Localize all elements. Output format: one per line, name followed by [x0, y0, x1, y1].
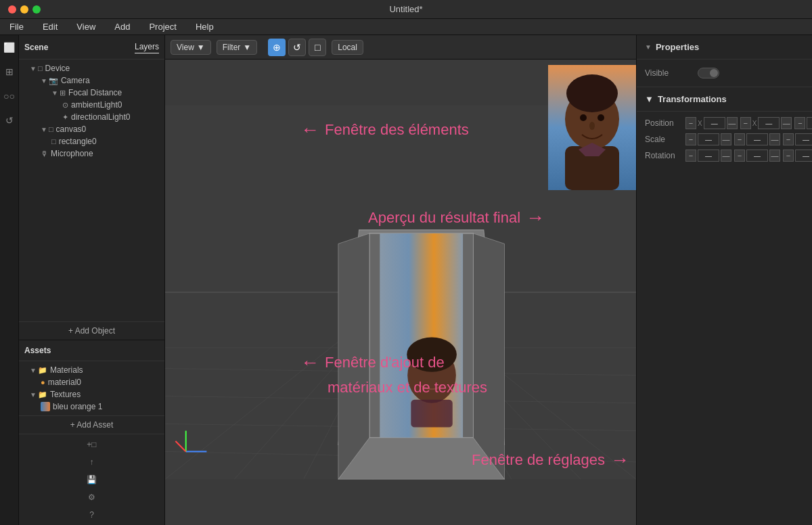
svg-point-31 [566, 74, 618, 112]
scene-3d[interactable]: ← Fenêtre des éléments Aperçu du résulta… [165, 60, 636, 525]
local-button[interactable]: Local [332, 40, 363, 55]
transformations-title: Transformations [658, 94, 727, 104]
directional-light-icon: ✦ [62, 113, 68, 122]
device-icon: □ [38, 64, 43, 72]
main-layout: ⬜ ⊞ ○○ ↺ Scene Layers ▼ □ Device [0, 35, 812, 525]
scale-z-minus[interactable]: − [783, 133, 794, 145]
rotation-x-minus[interactable]: − [685, 150, 696, 162]
window-title: Untitled* [389, 4, 422, 14]
tree-item-canvas[interactable]: ▼ □ canvas0 [19, 123, 164, 135]
tree-item-ambientlight[interactable]: ⊙ ambientLight0 [19, 99, 164, 111]
position-x-plus[interactable]: — [727, 117, 738, 129]
rotation-row: Rotation − — — − — — − — — [645, 150, 804, 162]
tree-item-focal[interactable]: ▼ ⊞ Focal Distance [19, 87, 164, 99]
view-button[interactable]: View ▼ [171, 40, 211, 55]
add-layer-icon[interactable]: +□ [87, 440, 96, 449]
filter-button[interactable]: Filter ▼ [217, 40, 258, 55]
position-field-y: − X — — [740, 117, 792, 129]
menu-file[interactable]: File [5, 20, 28, 33]
settings-icon[interactable]: ⚙ [88, 493, 95, 502]
svg-point-32 [580, 114, 587, 121]
scale-tool-button[interactable]: □ [309, 39, 326, 56]
scale-row: Scale − — — − — — − — — [645, 133, 804, 145]
close-button[interactable] [8, 5, 16, 14]
expand-arrow-camera: ▼ [41, 77, 47, 85]
title-bar: Untitled* [0, 0, 812, 19]
transformations-arrow-icon: ▼ [645, 94, 654, 104]
position-z-minus[interactable]: − [794, 117, 805, 129]
visible-label: Visible [645, 68, 692, 78]
scale-x-minus[interactable]: − [685, 133, 696, 145]
layers-tab[interactable]: Layers [135, 41, 159, 53]
scale-y-value: — [746, 133, 768, 145]
ambient-light-icon: ⊙ [62, 101, 68, 110]
tree-item-textures[interactable]: ▼ 📁 Textures [19, 388, 164, 401]
textures-folder-icon: 📁 [38, 390, 47, 399]
scale-y-plus[interactable]: — [769, 133, 780, 145]
camera-icon: 📷 [49, 76, 58, 85]
scene-tree: ▼ □ Device ▼ 📷 Camera ▼ ⊞ Focal Distance [19, 60, 164, 321]
rotation-field-y: − — — [734, 150, 780, 162]
tree-item-device[interactable]: ▼ □ Device [19, 62, 164, 74]
texture-preview-icon [41, 402, 50, 411]
visible-section: Visible [637, 60, 812, 87]
scene-icon[interactable]: ⬜ [3, 41, 16, 54]
rotation-label: Rotation [645, 151, 685, 160]
menu-view[interactable]: View [72, 20, 99, 33]
history-icon[interactable]: ↺ [3, 114, 16, 127]
position-y-value: — [758, 117, 780, 129]
scale-y-minus[interactable]: − [734, 133, 745, 145]
assets-title: Assets [24, 346, 51, 355]
rotation-y-plus[interactable]: — [769, 150, 780, 162]
assets-tree: ▼ 📁 Materials ● material0 ▼ 📁 Textures [19, 361, 164, 415]
tree-item-materials[interactable]: ▼ 📁 Materials [19, 364, 164, 376]
position-x-label: X [698, 120, 702, 127]
scale-fields: − — — − — — − — — [685, 133, 812, 145]
svg-marker-22 [473, 233, 504, 479]
properties-title: Properties [656, 42, 699, 52]
scale-x-plus[interactable]: — [721, 133, 731, 145]
add-object-button[interactable]: + Add Object [19, 321, 164, 340]
material-icon: ● [41, 378, 45, 386]
expand-arrow-device: ▼ [30, 65, 37, 72]
upload-icon[interactable]: ↑ [90, 457, 94, 467]
scale-x-value: — [698, 133, 719, 145]
maximize-button[interactable] [32, 5, 41, 14]
toolbar-icons: ⊕ ↺ □ [268, 39, 326, 56]
tree-item-texture-bleu-orange[interactable]: bleu orange 1 [19, 401, 164, 413]
rotation-z-minus[interactable]: − [783, 150, 794, 162]
tree-item-directionallight[interactable]: ✦ directionalLight0 [19, 111, 164, 123]
menu-add[interactable]: Add [110, 20, 134, 33]
sidebar-icon-strip: ⬜ ⊞ ○○ ↺ [0, 35, 19, 525]
rotation-field-x: − — — [685, 150, 731, 162]
grid-icon[interactable]: ⊞ [3, 65, 16, 78]
position-x-minus[interactable]: − [685, 117, 696, 129]
minimize-button[interactable] [20, 5, 28, 14]
rotation-fields: − — — − — — − — — [685, 150, 812, 162]
preview-image [548, 65, 636, 190]
tree-item-camera[interactable]: ▼ 📷 Camera [19, 74, 164, 87]
layers-icon[interactable]: ○○ [3, 89, 16, 103]
microphone-icon: 🎙 [41, 150, 48, 158]
position-y-minus[interactable]: − [740, 117, 751, 129]
tree-item-rectangle[interactable]: □ rectangle0 [19, 135, 164, 147]
scale-label: Scale [645, 135, 685, 144]
tree-item-microphone[interactable]: 🎙 Microphone [19, 147, 164, 160]
rotation-y-minus[interactable]: − [734, 150, 745, 162]
position-y-plus[interactable]: — [781, 117, 792, 129]
save-icon[interactable]: 💾 [87, 475, 97, 484]
menu-help[interactable]: Help [191, 20, 218, 33]
tree-item-material0[interactable]: ● material0 [19, 376, 164, 388]
rectangle-icon: □ [51, 137, 56, 145]
menu-project[interactable]: Project [145, 20, 180, 33]
svg-point-19 [407, 338, 457, 372]
visible-toggle[interactable] [698, 68, 719, 78]
viewport-toolbar: View ▼ Filter ▼ ⊕ ↺ □ Local [165, 35, 636, 60]
expand-arrow-textures: ▼ [30, 391, 37, 398]
rotation-x-plus[interactable]: — [721, 150, 731, 162]
add-asset-button[interactable]: + Add Asset [19, 415, 164, 434]
rotate-tool-button[interactable]: ↺ [288, 39, 306, 56]
menu-edit[interactable]: Edit [39, 20, 62, 33]
move-tool-button[interactable]: ⊕ [268, 39, 286, 56]
help-icon[interactable]: ? [89, 510, 94, 520]
